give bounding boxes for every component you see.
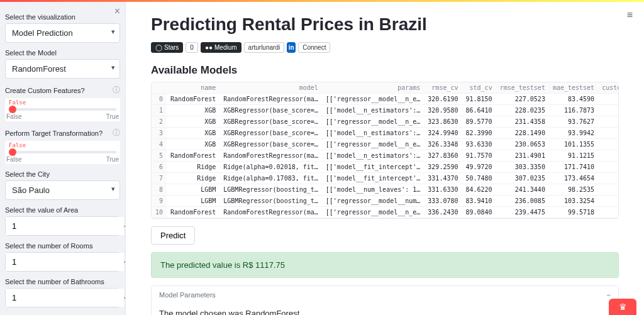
col-header: model [219, 82, 322, 94]
col-header: rmse_cv [424, 82, 462, 94]
viz-select[interactable] [5, 23, 120, 43]
city-select[interactable] [5, 180, 120, 200]
table-row[interactable]: 1XGBXGBRegressor(base_score=…[['model__n… [152, 105, 619, 116]
chosen-model-text: The model chosen was RandomForest. [159, 309, 611, 315]
custom-feat-slider[interactable]: False FalseTrue [5, 98, 120, 121]
crown-fab[interactable]: ♛ [609, 299, 636, 315]
table-row[interactable]: 10RandomForestRandomForestRegressor(ma…[… [152, 207, 619, 218]
connect-badge[interactable]: Connect [298, 42, 330, 53]
col-header: name [167, 82, 219, 94]
bath-input[interactable] [6, 289, 124, 307]
success-alert: The predicted value is R$ 1117.75 [151, 252, 619, 278]
collapse-icon: − [607, 291, 611, 299]
hamburger-icon[interactable]: ≡ [627, 9, 633, 21]
col-header: std_cv [462, 82, 496, 94]
expander-header[interactable]: Model Parameters− [152, 286, 618, 304]
city-label: Select the City [5, 170, 50, 178]
custom-feat-label: Create Custom Features? [5, 87, 85, 94]
main-content: ≡ Predicting Rental Prices in Brazil ◯ S… [126, 2, 644, 315]
badges-row: ◯ Stars0 ●● Mediumarturlunardi inConnect [151, 42, 619, 53]
models-table[interactable]: namemodelparamsrmse_cvstd_cvrmse_testset… [151, 82, 619, 219]
table-row[interactable]: 0RandomForestRandomForestRegressor(ma…[[… [152, 94, 619, 105]
close-icon[interactable]: × [114, 6, 120, 17]
table-row[interactable]: 2XGBXGBRegressor(base_score=…[['regresso… [152, 116, 619, 128]
col-header: rmse_testset [496, 82, 549, 94]
sidebar: × Select the visualization Select the Mo… [0, 2, 126, 315]
help-icon[interactable]: ⓘ [113, 85, 120, 96]
slider-thumb[interactable] [9, 148, 16, 156]
table-row[interactable]: 3XGBXGBRegressor(base_score=…[['model__n… [152, 128, 619, 139]
rooms-label: Select the number of Rooms [5, 242, 92, 250]
table-row[interactable]: 5RandomForestRandomForestRegressor(ma…[[… [152, 150, 619, 162]
area-input[interactable] [6, 217, 124, 235]
stars-count: 0 [186, 42, 198, 53]
bath-label: Select the number of Bathrooms [5, 278, 104, 285]
table-row[interactable]: 9LGBMLGBMRegressor(boosting_t…[['regress… [152, 196, 619, 207]
col-header: params [322, 82, 425, 94]
col-header: custom_features [598, 82, 619, 94]
target-trans-label: Perform Target Transformation? [5, 130, 103, 137]
model-select[interactable] [5, 59, 120, 79]
medium-badge[interactable]: ●● Medium [201, 42, 242, 53]
help-icon[interactable]: ⓘ [113, 128, 120, 138]
area-label: Select the value of Area [5, 206, 78, 214]
col-header [152, 82, 167, 94]
table-row[interactable]: 4XGBXGBRegressor(base_score=…[['regresso… [152, 139, 619, 150]
viz-label: Select the visualization [5, 13, 75, 21]
available-models-heading: Available Models [151, 64, 619, 77]
rooms-input[interactable] [6, 253, 124, 271]
model-label: Select the Model [5, 49, 57, 57]
author-badge[interactable]: arturlunardi [244, 42, 285, 53]
table-row[interactable]: 6RidgeRidge(alpha=0.02018, fit…[['model_… [152, 162, 619, 173]
table-row[interactable]: 8LGBMLGBMRegressor(boosting_t…[['model__… [152, 184, 619, 196]
target-trans-slider[interactable]: False FalseTrue [5, 141, 120, 164]
github-badge[interactable]: ◯ Stars [151, 42, 183, 53]
page-title: Predicting Rental Prices in Brazil [151, 14, 619, 35]
predict-button[interactable]: Predict [151, 226, 195, 245]
linkedin-icon[interactable]: in [287, 42, 296, 53]
table-row[interactable]: 7RidgeRidge(alpha=0.17083, fit…[['model_… [152, 173, 619, 184]
model-params-expander: Model Parameters− The model chosen was R… [151, 285, 619, 315]
slider-thumb[interactable] [9, 106, 16, 113]
col-header: mae_testset [549, 82, 598, 94]
